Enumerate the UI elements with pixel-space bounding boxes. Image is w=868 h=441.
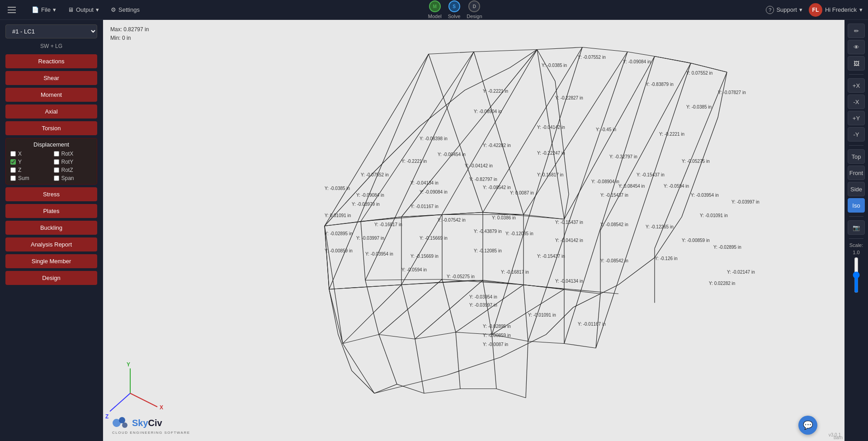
analysis-report-button[interactable]: Analysis Report [5, 237, 97, 251]
front-view-button[interactable]: Front [848, 166, 865, 180]
single-member-button[interactable]: Single Member [5, 254, 97, 268]
svg-line-46 [325, 226, 343, 344]
checkbox-span-input[interactable] [54, 175, 59, 181]
disp-label-13: Y: -0.2221 in [659, 132, 684, 137]
checkbox-z-input[interactable] [10, 167, 16, 173]
reactions-button[interactable]: Reactions [5, 54, 97, 68]
svg-line-42 [526, 341, 528, 398]
nav-file[interactable]: 📄 File ▾ [27, 5, 61, 15]
disp-label-72: Y: -0.01091 in [528, 313, 556, 318]
disp-label-48: Y: -0.02895 in [325, 231, 353, 236]
checkbox-rotx-input[interactable] [54, 151, 59, 156]
disp-label-58: Y: -0.15669 in [410, 254, 439, 259]
axial-button[interactable]: Axial [5, 104, 97, 119]
nav-center: M Model S Solve D Design [144, 0, 766, 19]
buckling-button[interactable]: Buckling [5, 221, 97, 235]
nav-output[interactable]: 🖥 Output ▾ [63, 5, 104, 15]
checkbox-y-label: Y [18, 159, 22, 165]
svg-text:Z: Z [105, 413, 108, 420]
checkbox-sum-label: Sum [18, 175, 29, 181]
svg-line-37 [343, 344, 374, 394]
chat-button[interactable]: 💬 [798, 416, 817, 435]
svg-line-59 [365, 280, 442, 280]
disp-label-55: Y: -0.02895 in [713, 245, 741, 250]
svg-line-29 [329, 289, 343, 344]
mode-solve[interactable]: S Solve [448, 0, 461, 19]
checkbox-y-input[interactable] [10, 159, 16, 165]
support-button[interactable]: ? Support ▾ [766, 6, 802, 14]
svg-line-60 [401, 280, 483, 285]
checkbox-sum[interactable]: Sum [10, 175, 49, 181]
min-label: Min: 0 in [110, 34, 149, 43]
camera-button[interactable]: 📷 [848, 220, 865, 235]
torsion-button[interactable]: Torsion [5, 121, 97, 135]
disp-label-53: Y: -0.04142 in [555, 238, 583, 243]
disp-label-73: Y: -0.01167 in [578, 322, 606, 327]
checkbox-sum-input[interactable] [10, 175, 16, 181]
plus-y-button[interactable]: +Y [848, 111, 865, 125]
svg-line-63 [524, 285, 600, 294]
checkbox-z-label: Z [18, 167, 21, 173]
minus-y-button[interactable]: -Y [848, 127, 865, 142]
disp-label-31: Y: -0.0385 in [325, 186, 350, 191]
disp-label-38: Y: -0.03979 in [352, 202, 380, 207]
checkbox-y[interactable]: Y [10, 159, 49, 165]
user-chevron: ▾ [859, 6, 863, 13]
checkbox-rotz-input[interactable] [54, 167, 59, 173]
disp-label-23: Y: -0.08904 in [591, 179, 619, 184]
shear-button[interactable]: Shear [5, 71, 97, 85]
svg-line-54 [596, 63, 691, 348]
minus-x-label: -X [854, 99, 859, 105]
load-case-select[interactable]: #1 - LC1 [5, 24, 97, 38]
top-view-button[interactable]: Top [848, 149, 865, 164]
checkbox-rotx[interactable]: RotX [54, 151, 93, 157]
iso-view-button[interactable]: Iso [848, 198, 865, 213]
hamburger-menu[interactable] [5, 4, 18, 16]
disp-label-12: Y: -0.45 in [596, 127, 616, 132]
settings-label: Settings [118, 6, 140, 13]
mode-model[interactable]: M Model [428, 0, 442, 19]
checkbox-roty-label: RotY [61, 159, 74, 165]
checkbox-x[interactable]: X [10, 151, 49, 157]
minus-x-button[interactable]: -X [848, 95, 865, 109]
screenshot-button[interactable]: 🖼 [848, 56, 865, 71]
output-label: Output [76, 6, 94, 13]
svg-line-48 [379, 280, 442, 335]
disp-label-57: Y: -0.03954 in [365, 251, 393, 256]
stress-button[interactable]: Stress [5, 187, 97, 201]
mode-design[interactable]: D Design [467, 0, 482, 19]
max-label: Max: 0.82797 in [110, 25, 149, 34]
nav-items: 📄 File ▾ 🖥 Output ▾ ⚙ Settings [27, 5, 144, 15]
edit-button[interactable]: ✏ [848, 24, 865, 38]
disp-label-8: Y: -0.22827 in [555, 95, 583, 100]
view-toggle-button[interactable]: 👁 [848, 40, 865, 54]
moment-button[interactable]: Moment [5, 88, 97, 102]
checkbox-roty[interactable]: RotY [54, 159, 93, 165]
nav-settings[interactable]: ⚙ Settings [106, 5, 144, 15]
checkbox-rotz[interactable]: RotZ [54, 167, 93, 173]
checkbox-roty-input[interactable] [54, 159, 59, 165]
scale-slider[interactable] [850, 257, 863, 293]
solve-label: Solve [448, 14, 461, 19]
checkbox-span[interactable]: Span [54, 175, 93, 181]
plates-button[interactable]: Plates [5, 204, 97, 218]
plus-y-label: +Y [853, 115, 860, 122]
disp-label-7: Y: -0.2221 in [483, 89, 508, 94]
disp-label-40: Y: -0.01091 in [700, 213, 728, 218]
disp-label-35: Y: 0.08454 in [618, 184, 645, 189]
checkbox-x-input[interactable] [10, 151, 16, 156]
checkbox-z[interactable]: Z [10, 167, 49, 173]
top-view-label: Top [852, 153, 861, 160]
svg-line-49 [415, 280, 483, 339]
front-view-label: Front [849, 170, 863, 176]
user-button[interactable]: FL Hi Frederick ▾ [809, 3, 863, 17]
side-view-button[interactable]: Side [848, 182, 865, 196]
disp-label-36: Y: -0.03954 in [691, 193, 719, 198]
nav-right: ? Support ▾ FL Hi Frederick ▾ [766, 3, 863, 17]
solve-circle: S [448, 0, 460, 12]
disp-label-10: Y: -0.08904 in [474, 109, 502, 114]
plus-x-button[interactable]: +X [848, 78, 865, 93]
settings-icon: ⚙ [111, 6, 116, 13]
svg-line-8 [429, 54, 483, 213]
design-button[interactable]: Design [5, 271, 97, 285]
